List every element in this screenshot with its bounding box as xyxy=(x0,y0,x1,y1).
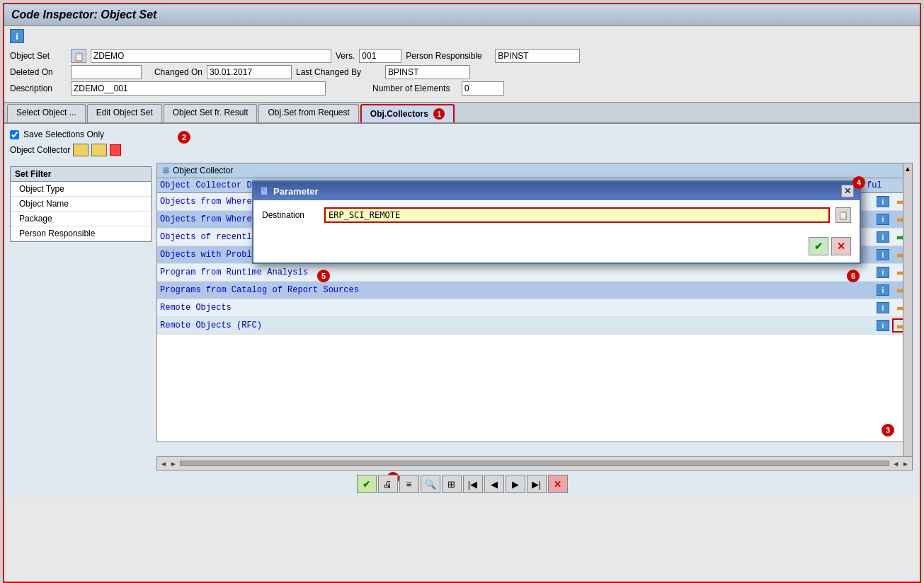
modal-close-button[interactable]: ✕ xyxy=(841,185,854,197)
form-row-3: Description Number of Elements xyxy=(10,81,914,96)
circle-5: 5 xyxy=(317,270,330,282)
form-row-2: Deleted On Changed On Last Changed By xyxy=(10,65,914,79)
description-label: Description xyxy=(10,83,67,93)
modal-body: Destination 📋 5 6 xyxy=(253,200,860,237)
num-elements-input[interactable] xyxy=(462,81,504,96)
modal-copy-button[interactable]: 📋 xyxy=(835,207,851,223)
modal-ok-button[interactable]: ✔ xyxy=(809,237,828,255)
object-set-input[interactable] xyxy=(91,49,331,63)
description-input[interactable] xyxy=(71,81,326,96)
form-row-1: Object Set 📋 Vers. Person Responsible xyxy=(10,49,914,63)
num-elements-label: Number of Elements xyxy=(372,83,457,93)
destination-input[interactable] xyxy=(324,207,830,223)
tab-edit-object-set[interactable]: Edit Object Set xyxy=(87,104,162,122)
changed-on-label: Changed On xyxy=(146,67,203,77)
tab-obj-set-from-request[interactable]: Obj.Set from Request xyxy=(258,104,358,122)
changed-on-input[interactable] xyxy=(207,65,292,79)
circle-4: 4 xyxy=(852,176,865,189)
vers-input[interactable] xyxy=(359,49,401,63)
deleted-on-input[interactable] xyxy=(71,65,142,79)
last-changed-input[interactable] xyxy=(385,65,470,79)
title-bar: Code Inspector: Object Set xyxy=(4,4,920,26)
tab-obj-collectors[interactable]: Obj.Collectors 1 xyxy=(360,104,455,122)
page-title: Code Inspector: Object Set xyxy=(11,8,913,21)
modal-footer: ✔ ✕ xyxy=(253,237,860,262)
circle-6: 6 xyxy=(847,270,860,282)
tab-bar: Select Object ... Edit Object Set Object… xyxy=(4,102,920,124)
vers-label: Vers. xyxy=(336,51,355,61)
content-area: 2 Save Selections Only Object Collector … xyxy=(4,124,920,499)
modal-icon: 🖥 xyxy=(259,185,269,197)
last-changed-label: Last Changed By xyxy=(296,67,381,77)
modal-cancel-button[interactable]: ✕ xyxy=(831,237,851,255)
deleted-on-label: Deleted On xyxy=(10,67,67,77)
form-section: Object Set 📋 Vers. Person Responsible De… xyxy=(4,46,920,102)
info-icon: i xyxy=(10,29,24,43)
tab-object-set-fr-result[interactable]: Object Set fr. Result xyxy=(164,104,258,122)
person-resp-input[interactable] xyxy=(495,49,580,63)
destination-label: Destination xyxy=(262,210,319,220)
modal-overlay: 🖥 Parameter ✕ 4 Destination 📋 5 xyxy=(4,124,920,499)
object-set-label: Object Set xyxy=(10,51,67,61)
main-container: Code Inspector: Object Set i Object Set … xyxy=(3,3,921,583)
modal-title: 🖥 Parameter xyxy=(259,185,319,197)
tab-number-badge: 1 xyxy=(433,108,445,120)
modal-title-bar: 🖥 Parameter ✕ 4 xyxy=(253,182,860,200)
tab-select-object[interactable]: Select Object ... xyxy=(7,104,86,122)
person-resp-label: Person Responsible xyxy=(406,51,491,61)
info-bar: i xyxy=(4,26,920,46)
modal-dialog: 🖥 Parameter ✕ 4 Destination 📋 5 xyxy=(252,180,861,264)
modal-destination-row: Destination 📋 5 6 xyxy=(262,207,851,223)
object-set-icon: 📋 xyxy=(71,49,86,63)
